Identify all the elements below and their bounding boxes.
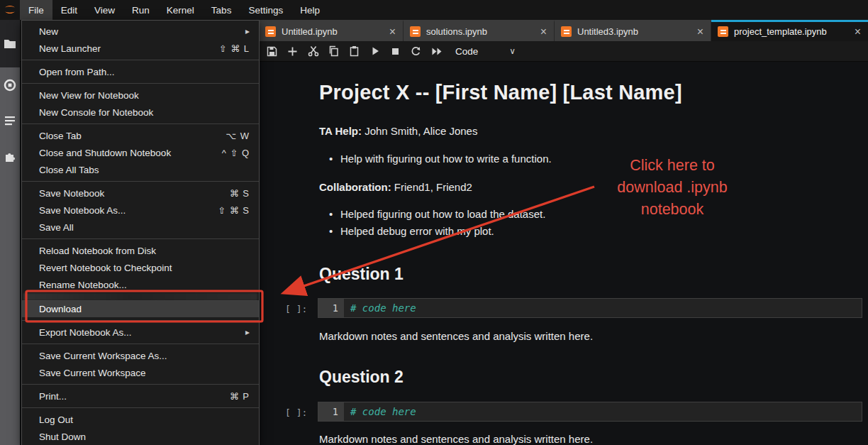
sidebar-item-table-of-contents[interactable]	[0, 103, 20, 138]
notebook-file-icon	[718, 26, 728, 37]
bullet-icon: •	[329, 153, 340, 165]
menu-item-print[interactable]: Print... ⌘ P	[22, 388, 259, 405]
menu-file-label: File	[28, 5, 44, 16]
menu-separator	[22, 384, 259, 385]
tab-untitled-ipynb[interactable]: Untitled.ipynb ×	[259, 20, 404, 41]
add-cell-button[interactable]	[282, 43, 303, 59]
save-icon	[267, 46, 277, 57]
restart-kernel-button[interactable]	[406, 43, 426, 59]
tab-close-icon[interactable]: ×	[687, 26, 703, 38]
menu-separator	[22, 123, 259, 124]
menu-help[interactable]: Help	[291, 0, 328, 20]
save-button[interactable]	[262, 43, 282, 59]
list-item: • Helped debug error with my plot.	[329, 225, 494, 237]
cell-prompt: [ ]:	[285, 304, 307, 314]
shortcut: ^ ⇧ Q	[222, 148, 250, 158]
menu-ghost-row	[23, 293, 257, 300]
menu-item-rename-notebook[interactable]: Rename Notebook...	[22, 276, 259, 293]
shortcut: ⌘ P	[230, 391, 250, 402]
menu-item-save-all[interactable]: Save All	[22, 219, 259, 236]
menu-item-save-notebook[interactable]: Save Notebook ⌘ S	[22, 185, 259, 202]
menu-item-shut-down[interactable]: Shut Down	[22, 428, 259, 445]
menu-item-new-launcher[interactable]: New Launcher ⇧ ⌘ L	[22, 40, 259, 57]
menu-item-export-notebook-as[interactable]: Export Notebook As... ▸	[22, 324, 259, 341]
shortcut: ⌘ S	[230, 188, 250, 199]
menu-item-revert-notebook-to-checkpoint[interactable]: Revert Notebook to Checkpoint	[22, 259, 259, 276]
cell-type-dropdown[interactable]: Code ∨	[455, 46, 516, 57]
restart-run-all-button[interactable]	[426, 43, 447, 59]
cell-prompt: [ ]:	[285, 407, 307, 418]
menu-view[interactable]: View	[86, 0, 123, 20]
collaboration-line: Collaboration: Friend1, Friend2	[319, 181, 472, 193]
menu-item-new-console-for-notebook[interactable]: New Console for Notebook	[22, 104, 259, 121]
question-1-heading: Question 1	[319, 265, 404, 284]
collaboration-value: Friend1, Friend2	[391, 181, 472, 193]
menu-item-close-tab[interactable]: Close Tab ⌥ W	[22, 127, 259, 144]
menu-separator	[22, 60, 259, 60]
shortcut: ⇧ ⌘ S	[218, 205, 250, 216]
code-cell[interactable]: 1 # code here	[318, 298, 862, 318]
interrupt-kernel-button[interactable]	[385, 43, 406, 59]
tab-close-icon[interactable]: ×	[845, 26, 861, 38]
menu-item-save-current-workspace[interactable]: Save Current Workspace	[22, 364, 259, 381]
run-icon	[370, 46, 380, 56]
list-item: • Helped figuring out how to load the da…	[329, 208, 545, 220]
menu-tabs[interactable]: Tabs	[203, 0, 240, 20]
sidebar-item-extension-manager[interactable]	[0, 138, 20, 174]
menu-item-save-current-workspace-as[interactable]: Save Current Workspace As...	[22, 347, 259, 364]
menu-kernel[interactable]: Kernel	[158, 0, 203, 20]
menu-settings[interactable]: Settings	[240, 0, 291, 20]
bullet-icon: •	[329, 225, 340, 237]
fast-forward-icon	[431, 47, 443, 56]
tab-untitled3-ipynb[interactable]: Untitled3.ipynb ×	[555, 20, 711, 41]
folder-icon	[4, 38, 16, 49]
paste-icon	[349, 45, 360, 57]
tab-title: project_template.ipynb	[734, 26, 827, 37]
line-number-gutter: 1	[318, 299, 344, 317]
sidebar-item-running-kernels[interactable]	[0, 67, 20, 103]
menu-edit[interactable]: Edit	[52, 0, 86, 20]
sidebar-item-file-browser[interactable]	[0, 20, 20, 67]
menu-separator	[22, 238, 259, 239]
menu-edit-label: Edit	[61, 5, 77, 16]
code-editor-line: # code here	[344, 299, 416, 317]
tab-project-template-ipynb[interactable]: project_template.ipynb ×	[711, 20, 868, 41]
line-number-gutter: 1	[318, 402, 344, 421]
menu-item-close-all-tabs[interactable]: Close All Tabs	[22, 161, 259, 178]
tab-solutions-ipynb[interactable]: solutions.ipynb ×	[404, 20, 555, 41]
tab-title: Untitled.ipynb	[282, 26, 338, 37]
menu-file[interactable]: File	[20, 0, 52, 20]
bullet-text: Help with figuring out how to write a fu…	[340, 153, 552, 165]
paste-cells-button[interactable]	[344, 43, 365, 59]
menu-separator	[22, 83, 259, 84]
markdown-note: Markdown notes and sentences and analysi…	[319, 433, 593, 445]
copy-cells-button[interactable]	[323, 43, 344, 59]
code-cell[interactable]: 1 # code here	[318, 402, 862, 422]
menu-item-reload-notebook-from-disk[interactable]: Reload Notebook from Disk	[22, 242, 259, 259]
menu-help-label: Help	[300, 5, 320, 16]
menu-run[interactable]: Run	[123, 0, 158, 20]
menu-item-new[interactable]: New ▸	[22, 23, 259, 40]
tab-close-icon[interactable]: ×	[379, 26, 396, 38]
menu-item-close-and-shutdown-notebook[interactable]: Close and Shutdown Notebook ^ ⇧ Q	[22, 144, 259, 161]
shortcut: ⌥ W	[226, 131, 250, 141]
menu-item-new-view-for-notebook[interactable]: New View for Notebook	[22, 87, 259, 104]
run-cell-button[interactable]	[365, 43, 385, 59]
cut-cells-button[interactable]	[303, 43, 323, 59]
menu-view-label: View	[94, 5, 115, 16]
bullet-icon: •	[329, 208, 340, 220]
menu-settings-label: Settings	[248, 5, 283, 16]
cell-type-value: Code	[455, 46, 478, 57]
tab-close-icon[interactable]: ×	[530, 26, 547, 38]
jupyter-logo-icon	[2, 2, 18, 18]
restart-icon	[411, 46, 421, 57]
menu-item-download[interactable]: Download	[22, 300, 259, 317]
menu-run-label: Run	[132, 5, 150, 16]
jupyter-logo	[0, 0, 20, 20]
ta-help-value: John Smith, Alice Jones	[362, 125, 477, 137]
tab-title: Untitled3.ipynb	[577, 26, 638, 37]
menu-item-save-notebook-as[interactable]: Save Notebook As... ⇧ ⌘ S	[22, 202, 259, 219]
menu-item-open-from-path[interactable]: Open from Path...	[22, 63, 259, 80]
menu-item-log-out[interactable]: Log Out	[22, 411, 259, 428]
menu-separator	[22, 344, 259, 344]
